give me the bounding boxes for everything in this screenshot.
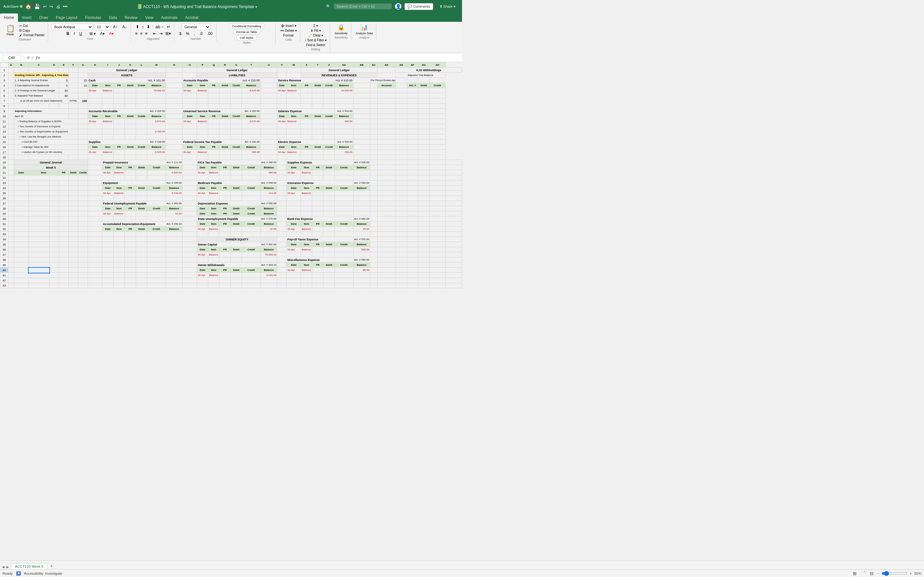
cell-o2[interactable] <box>183 73 197 78</box>
sort-filter-button[interactable]: ↕ Sort & Filter ▾ <box>304 38 328 42</box>
tab-data[interactable]: Data <box>105 13 121 22</box>
autosave[interactable]: AutoSave <box>3 5 23 8</box>
col-a[interactable]: A <box>8 63 14 68</box>
cell-b3[interactable]: 1. 3 Adjusting Journal Entries <box>14 78 59 83</box>
col-o[interactable]: O <box>183 63 197 68</box>
cell-g4[interactable]: 15 <box>78 83 88 88</box>
col-ae[interactable]: AE <box>396 63 407 68</box>
cell-styles-button[interactable]: Cell Styles <box>237 35 256 40</box>
cell-s4-credit[interactable]: Credit <box>231 83 242 88</box>
cell-m3-cash-acct[interactable]: Act. # 101.00 <box>147 78 166 83</box>
cells-area[interactable]: A B C D E F G H I J K L M N O P Q <box>0 62 462 288</box>
col-e[interactable]: E <box>59 63 69 68</box>
cell-z4-credit[interactable]: Credit <box>323 83 334 88</box>
cell-af3[interactable] <box>396 78 407 83</box>
cell-g1[interactable] <box>78 68 88 73</box>
cell-b1[interactable] <box>14 68 29 73</box>
undo-icon[interactable]: ↩ <box>43 4 47 9</box>
cell-aa4-balance[interactable]: Balance <box>334 83 353 88</box>
cell-n2[interactable] <box>166 73 183 78</box>
cell-c1[interactable] <box>29 68 49 73</box>
number-format-select[interactable]: General <box>182 24 210 30</box>
cancel-formula-icon[interactable]: ✕ <box>27 55 30 60</box>
col-n[interactable]: N <box>166 63 183 68</box>
cell-g3[interactable]: 15 <box>78 78 88 83</box>
sum-button[interactable]: Σ ▾ <box>312 24 319 28</box>
cell-v4-date[interactable]: Date <box>277 83 286 88</box>
cell-ac4[interactable] <box>370 83 377 88</box>
cell-x2-rev-exp[interactable]: REVENUES & EXPENSES <box>301 73 377 78</box>
cell-g2[interactable] <box>78 73 88 78</box>
cell-reference-box[interactable] <box>2 55 21 61</box>
conditional-formatting-button[interactable]: Conditional Formatting <box>229 24 264 29</box>
cell-o3-ap[interactable]: Accounts Payable <box>183 78 242 83</box>
cell-o1-liabilities[interactable]: General Ledger <box>197 68 277 73</box>
cell-w2[interactable] <box>286 73 301 78</box>
cell-o4-date[interactable]: Date <box>183 83 197 88</box>
col-s[interactable]: S <box>231 63 242 68</box>
sensitivity-button[interactable]: Sensitivity <box>333 31 349 35</box>
tab-insert[interactable]: Insert <box>18 13 35 22</box>
cell-ad1-kjo[interactable]: KJO Withholdings <box>396 68 462 73</box>
cell-u1[interactable] <box>277 68 286 73</box>
orientation-button[interactable]: ab→ <box>154 24 165 30</box>
col-u[interactable]: U <box>260 63 277 68</box>
tab-page-layout[interactable]: Page Layout <box>52 13 81 22</box>
clear-button[interactable]: 🧹 Clear ▾ <box>307 33 325 37</box>
cell-q4-pr[interactable]: PR <box>208 83 220 88</box>
align-center-button[interactable]: ≡ <box>139 31 144 37</box>
wrap-text-button[interactable]: ↵ <box>166 24 171 30</box>
redo-icon[interactable]: ↪ <box>49 4 53 9</box>
profile-icon[interactable]: 👤 <box>395 3 401 10</box>
paste-button[interactable]: 📋 Paste <box>4 24 17 37</box>
col-b[interactable]: B <box>14 63 29 68</box>
increase-font-button[interactable]: A↑ <box>111 24 120 30</box>
font-name-select[interactable]: Book Antiqua <box>51 24 93 30</box>
cell-w4-item[interactable]: Item <box>286 83 301 88</box>
cell-b2-grading[interactable]: Grading Criteria: W5 - Adjusting & Trial… <box>14 73 69 78</box>
cell-b4[interactable]: 3 Calculations for Adjustments <box>14 83 59 88</box>
row-4-header[interactable]: 4 <box>0 83 8 88</box>
cell-ah3[interactable] <box>418 78 429 83</box>
delete-button[interactable]: ➖ Delete ▾ <box>279 29 298 33</box>
cell-ah4-credit[interactable]: Credit <box>429 83 445 88</box>
fill-button[interactable]: ⬇ Fill ▾ <box>309 29 322 33</box>
cell-a1[interactable] <box>8 68 14 73</box>
cell-ae2-adj-trial[interactable]: Adjusted Trial Balance <box>396 73 445 78</box>
col-ah[interactable]: AH <box>429 63 445 68</box>
cell-h3-cash[interactable]: Cash <box>88 78 147 83</box>
row-1-header[interactable]: 1 <box>0 68 8 73</box>
comma-button[interactable]: , <box>192 31 197 37</box>
col-k[interactable]: K <box>125 63 136 68</box>
cell-p4-item[interactable]: Item <box>197 83 208 88</box>
align-bottom-button[interactable]: ⬇ <box>145 24 151 30</box>
cell-ab3-svc-acct[interactable]: Act. # 410.00 <box>334 78 353 83</box>
cell-m4-balance[interactable]: Balance <box>147 83 166 88</box>
cell-k4-debit[interactable]: Debit <box>125 83 136 88</box>
col-g[interactable]: G <box>78 63 88 68</box>
more-icon[interactable]: ••• <box>63 4 68 9</box>
tab-draw[interactable]: Draw <box>35 13 52 22</box>
cell-ac1[interactable] <box>377 68 396 73</box>
cell-d1[interactable] <box>49 68 59 73</box>
align-right-button[interactable]: ≡ <box>144 31 149 37</box>
cell-w1-rev-exp[interactable]: General Ledger <box>301 68 377 73</box>
print-icon[interactable]: 🖨 <box>56 4 60 9</box>
cell-ae4[interactable] <box>396 83 407 88</box>
cell-t3-ap-acct[interactable]: Act. # 210.00 <box>242 78 260 83</box>
insert-function-icon[interactable]: ƒx <box>36 55 40 60</box>
cell-f1[interactable] <box>69 68 78 73</box>
col-ac[interactable]: AC <box>370 63 377 68</box>
tab-home[interactable]: Home <box>0 13 18 22</box>
analyze-data-button[interactable]: Analyze Data <box>355 31 375 35</box>
cell-u3[interactable] <box>260 78 277 83</box>
cell-l4-credit[interactable]: Credit <box>136 83 147 88</box>
col-ag[interactable]: AG <box>418 63 429 68</box>
cell-v2[interactable] <box>277 73 286 78</box>
dropdown-icon[interactable]: ▾ <box>255 5 257 9</box>
underline-button[interactable]: U <box>78 31 84 37</box>
cell-v3-svc-rev[interactable]: Service Revenue <box>277 78 334 83</box>
increase-indent-button[interactable]: ⇥ <box>158 31 164 37</box>
font-size-select[interactable]: 12 <box>94 24 110 30</box>
save-icon[interactable]: 💾 <box>34 3 40 10</box>
